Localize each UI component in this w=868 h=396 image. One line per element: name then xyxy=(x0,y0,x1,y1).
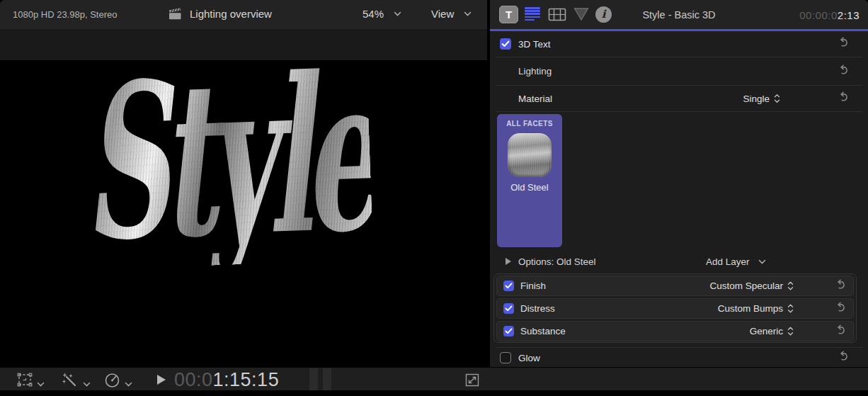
updown-chevron-icon xyxy=(774,94,780,103)
format-label: 1080p HD 23.98p, Stereo xyxy=(13,9,117,20)
play-button[interactable] xyxy=(157,375,166,385)
timecode-bright: 1:15:15 xyxy=(213,369,280,390)
app-window: 1080p HD 23.98p, Stereo Lighting overvie… xyxy=(0,0,868,396)
material-popup[interactable]: Single xyxy=(743,94,780,104)
zoom-value: 54% xyxy=(362,8,384,20)
facets-label: ALL FACETS xyxy=(497,120,562,128)
3d-text-checkbox[interactable] xyxy=(500,38,511,50)
finish-popup[interactable]: Custom Specular xyxy=(709,281,794,291)
glow-checkbox[interactable] xyxy=(500,352,511,363)
finish-label: Finish xyxy=(520,281,546,291)
row-distress: Distress Custom Bumps xyxy=(496,298,854,319)
reset-icon[interactable] xyxy=(835,324,847,339)
expand-fullscreen-button[interactable] xyxy=(465,373,479,390)
material-popup-value: Single xyxy=(743,94,770,104)
row-glow: Glow xyxy=(490,348,868,368)
distress-popup[interactable]: Custom Bumps xyxy=(718,303,794,314)
3d-text-label: 3D Text xyxy=(518,39,551,50)
material-well: ALL FACETS Old Steel xyxy=(490,112,868,250)
finish-checkbox[interactable] xyxy=(503,281,514,291)
material-name: Old Steel xyxy=(497,182,562,193)
reset-icon[interactable] xyxy=(838,37,850,51)
row-3d-text: 3D Text xyxy=(490,31,868,57)
chevron-down-icon xyxy=(394,6,401,18)
reset-icon[interactable] xyxy=(835,279,847,293)
timecode-dim: 00:00:0 xyxy=(799,9,838,21)
project-title: Lighting overview xyxy=(190,8,272,20)
row-options: Options: Old Steel Add Layer xyxy=(490,250,868,273)
transform-tool-button[interactable] xyxy=(17,373,33,390)
row-substance: Substance Generic xyxy=(496,321,854,341)
lighting-label: Lighting xyxy=(518,66,552,77)
transport-bar: 00:01:15:15 xyxy=(0,367,868,391)
enhancements-wand-button[interactable] xyxy=(62,373,79,391)
substance-checkbox[interactable] xyxy=(503,326,514,336)
audio-meter-right[interactable] xyxy=(323,368,331,390)
substance-popup-value: Generic xyxy=(750,326,783,336)
view-label: View xyxy=(431,8,454,20)
canvas[interactable]: Style xyxy=(0,29,487,367)
finish-popup-value: Custom Specular xyxy=(709,281,783,291)
reset-icon[interactable] xyxy=(835,302,847,316)
clapperboard-icon xyxy=(168,7,183,23)
glow-label: Glow xyxy=(518,353,540,363)
distress-popup-value: Custom Bumps xyxy=(718,303,783,314)
reset-icon[interactable] xyxy=(838,64,850,79)
inspector-panel: T i Style - Basic 3D 00:00:02:13 xyxy=(490,0,868,367)
substance-label: Substance xyxy=(520,326,566,336)
add-layer-label: Add Layer xyxy=(706,256,750,267)
timecode-bright: 2:13 xyxy=(838,9,860,21)
distress-label: Distress xyxy=(520,303,555,314)
updown-chevron-icon xyxy=(787,281,794,290)
disclosure-triangle-icon[interactable] xyxy=(506,258,511,265)
updown-chevron-icon xyxy=(787,304,794,313)
chevron-down-icon[interactable] xyxy=(83,377,91,390)
distress-checkbox[interactable] xyxy=(503,303,514,314)
substance-popup[interactable]: Generic xyxy=(750,326,794,336)
transport-timecode: 00:01:15:15 xyxy=(174,369,279,391)
reset-icon[interactable] xyxy=(838,91,850,106)
updown-chevron-icon xyxy=(787,327,794,336)
viewer-header: 1080p HD 23.98p, Stereo Lighting overvie… xyxy=(0,0,487,29)
inspector-header: T i Style - Basic 3D 00:00:02:13 xyxy=(490,0,868,29)
audio-meter-left[interactable] xyxy=(309,368,318,390)
material-thumbnail xyxy=(508,133,552,177)
reset-icon[interactable] xyxy=(838,351,850,365)
zoom-dropdown[interactable]: 54% xyxy=(362,8,401,20)
chevron-down-icon[interactable] xyxy=(125,377,132,390)
row-material: Material Single xyxy=(490,86,868,111)
view-dropdown[interactable]: View xyxy=(431,8,472,20)
chevron-down-icon xyxy=(758,259,766,264)
row-lighting: Lighting xyxy=(490,57,868,85)
add-layer-dropdown[interactable]: Add Layer xyxy=(706,256,766,267)
chevron-down-icon[interactable] xyxy=(37,377,45,390)
retime-gauge-button[interactable] xyxy=(104,373,120,391)
canvas-3d-text[interactable]: Style xyxy=(79,47,374,270)
material-label: Material xyxy=(518,94,552,104)
options-label: Options: Old Steel xyxy=(518,256,596,267)
row-finish: Finish Custom Specular xyxy=(496,276,854,296)
chevron-down-icon xyxy=(464,6,472,18)
material-tile-selected[interactable]: ALL FACETS Old Steel xyxy=(497,114,562,247)
timecode-dim: 00:0 xyxy=(174,369,213,390)
inspector-timecode: 00:00:02:13 xyxy=(799,9,860,21)
material-layers-group: Finish Custom Specular Distress Custom B… xyxy=(493,273,857,343)
